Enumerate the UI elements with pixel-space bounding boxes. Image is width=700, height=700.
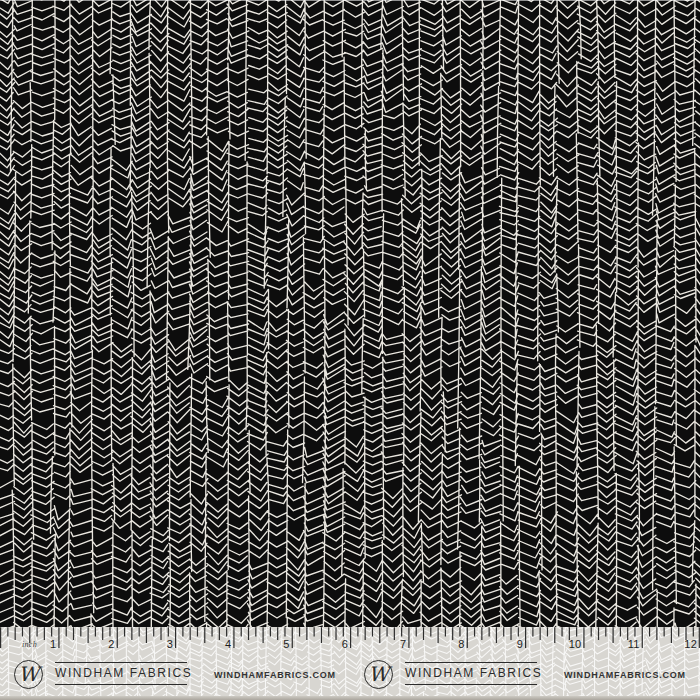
- inch-ruler: inch 123456789101112 W WINDHAM FABRICS W…: [0, 627, 700, 700]
- brand-name: WINDHAM FABRICS: [405, 662, 537, 685]
- fabric-swatch-image: inch 123456789101112 W WINDHAM FABRICS W…: [0, 0, 700, 700]
- windham-w-logo-icon: W: [364, 660, 393, 689]
- windham-w-logo-icon: W: [14, 660, 43, 689]
- brand-name: WINDHAM FABRICS: [55, 662, 187, 685]
- logo-letter: W: [368, 664, 389, 684]
- herringbone-pattern: [0, 0, 700, 627]
- brand-website: WINDHAMFABRICS.COM: [214, 670, 330, 680]
- brand-group: W WINDHAM FABRICS WINDHAMFABRICS.COM: [0, 627, 350, 700]
- ruler-bottom-edge-shadow: [0, 696, 700, 700]
- brand-group: W WINDHAM FABRICS WINDHAMFABRICS.COM: [350, 627, 700, 700]
- top-edge-highlight: [0, 0, 700, 1]
- logo-letter: W: [18, 664, 39, 684]
- brand-website: WINDHAMFABRICS.COM: [564, 670, 680, 680]
